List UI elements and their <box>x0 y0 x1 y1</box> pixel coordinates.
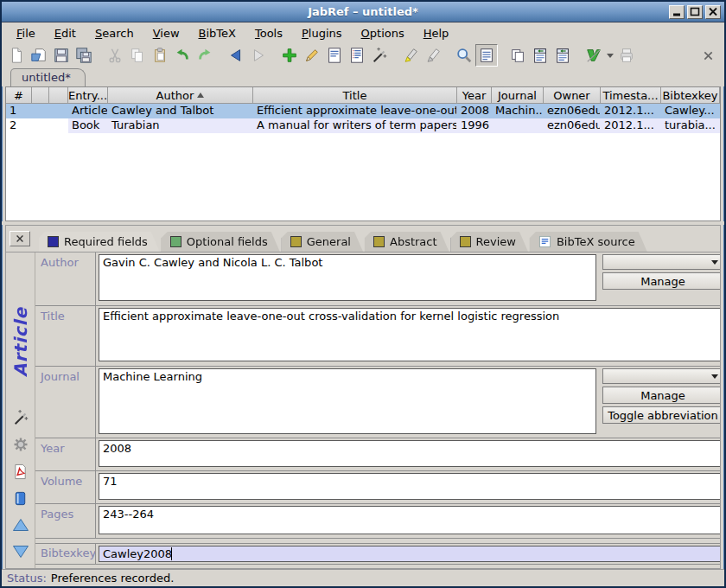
paste-button[interactable] <box>149 44 171 67</box>
close-entry-editor-button[interactable] <box>10 231 30 246</box>
new-entry-button[interactable] <box>278 44 301 67</box>
entry-editor-icon <box>478 47 495 64</box>
status-label: Status: <box>7 572 47 585</box>
menu-search[interactable]: Search <box>87 25 142 42</box>
search-button[interactable] <box>453 44 475 67</box>
column-header-icon1[interactable] <box>32 87 49 104</box>
toggle-abbreviation-button[interactable]: Toggle abbreviation <box>602 406 721 424</box>
cut-button[interactable] <box>104 44 126 67</box>
highlight-groups-gray-button[interactable] <box>422 44 444 67</box>
tab-general[interactable]: General <box>282 232 363 252</box>
copy-button[interactable] <box>126 44 149 67</box>
entry-type-strip: Article <box>6 252 35 569</box>
wizard-button[interactable] <box>368 44 391 67</box>
volume-input[interactable]: 71 <box>99 473 721 500</box>
magic-wand-icon <box>12 409 29 426</box>
gear-icon <box>12 436 29 453</box>
author-input[interactable]: Gavin C. Cawley and Nicola L. C. Talbot <box>99 254 596 301</box>
menu-help[interactable]: Help <box>416 25 457 42</box>
close-sidepane-button[interactable] <box>697 44 719 67</box>
column-header-title[interactable]: Title <box>253 87 457 104</box>
column-header-author[interactable]: Author <box>108 87 253 104</box>
title-input[interactable]: Efficient approximate leave-one-out cros… <box>99 308 721 361</box>
close-button[interactable] <box>705 5 721 19</box>
database-tab[interactable]: untitled* <box>10 68 86 86</box>
previous-entry-button[interactable] <box>11 515 30 534</box>
save-all-button[interactable] <box>73 44 95 67</box>
push-to-vim-button[interactable] <box>583 44 605 67</box>
chevron-down-icon <box>711 374 718 379</box>
menu-plugins[interactable]: Plugins <box>294 25 350 42</box>
open-pdf-button[interactable] <box>11 462 30 481</box>
forward-icon <box>250 47 267 64</box>
maximize-button[interactable] <box>687 5 703 19</box>
edit-entry-button[interactable] <box>301 44 323 67</box>
column-header-number[interactable]: # <box>6 87 32 104</box>
save-database-button[interactable] <box>50 44 73 67</box>
column-header-bibtexkey[interactable]: Bibtexkey <box>661 87 720 104</box>
tab-optional-fields[interactable]: Optional fields <box>162 232 280 252</box>
bibtexkey-input[interactable] <box>99 546 721 562</box>
forward-button[interactable] <box>247 44 270 67</box>
journal-input[interactable]: Machine Learning <box>99 368 596 434</box>
tab-abstract[interactable]: Abstract <box>365 232 449 252</box>
column-header-year[interactable]: Year <box>457 87 492 104</box>
copy-pages-button[interactable] <box>506 44 529 67</box>
next-entry-button[interactable] <box>11 542 30 561</box>
autoset-fields-button[interactable] <box>11 435 30 454</box>
open-database-button[interactable] <box>28 44 50 67</box>
tab-bibtex-source[interactable]: BibTeX source <box>530 232 647 252</box>
source-icon <box>538 235 551 248</box>
edit-strings-button[interactable] <box>346 44 368 67</box>
tab-review[interactable]: Review <box>451 232 528 252</box>
author-names-combo[interactable] <box>602 254 721 270</box>
table-row-1[interactable]: 1 Article Cawley and Talbot Efficient ap… <box>6 104 720 118</box>
menu-view[interactable]: View <box>145 25 188 42</box>
journal-combo[interactable] <box>602 368 721 384</box>
entry-editor: Required fields Optional fields General … <box>5 225 721 569</box>
manage-authors-button[interactable]: Manage <box>602 272 721 290</box>
highlighter-gray-icon <box>424 47 442 64</box>
redo-button[interactable] <box>194 44 216 67</box>
print-preview-button[interactable] <box>615 44 638 67</box>
menu-tools[interactable]: Tools <box>247 25 290 42</box>
column-header-owner[interactable]: Owner <box>544 87 601 104</box>
menu-options[interactable]: Options <box>353 25 412 42</box>
database-tab-label: untitled* <box>22 71 71 84</box>
printer-icon <box>618 47 635 64</box>
back-button[interactable] <box>225 44 247 67</box>
undo-icon <box>174 47 191 64</box>
manage-journals-button[interactable]: Manage <box>602 387 721 404</box>
push-dropdown-caret-icon[interactable] <box>607 54 614 58</box>
table-row-2[interactable]: 2 Book Turabian A manual for writers of … <box>6 118 720 133</box>
autogenerate-key-button[interactable] <box>11 408 30 427</box>
tab-required-fields[interactable]: Required fields <box>39 232 160 252</box>
toggle-entry-editor-button[interactable] <box>475 44 498 67</box>
bibtexkey-field-label: Bibtexkey <box>35 544 96 564</box>
table-header: # Entry... Author Title Year Journal Own… <box>6 87 720 104</box>
minimize-button[interactable] <box>669 5 685 19</box>
required-fields-form: Author Gavin C. Cawley and Nicola L. C. … <box>35 252 721 569</box>
title-bar[interactable]: JabRef – untitled* <box>2 2 724 22</box>
push-to-editor-button[interactable] <box>551 44 574 67</box>
pages-field-label: Pages <box>35 504 96 538</box>
push-doc2-icon <box>554 47 571 64</box>
menu-bibtex[interactable]: BibTeX <box>191 25 244 42</box>
open-file-button[interactable] <box>11 489 30 508</box>
pages-input[interactable]: 243--264 <box>99 506 721 534</box>
menu-edit[interactable]: Edit <box>47 25 84 42</box>
column-header-icon2[interactable] <box>49 87 68 104</box>
pencil-icon <box>303 47 321 64</box>
edit-preamble-button[interactable] <box>323 44 346 67</box>
menu-file[interactable]: File <box>9 25 43 42</box>
year-input[interactable]: 2008 <box>99 440 721 467</box>
down-arrow-icon <box>12 545 29 559</box>
column-header-timestamp[interactable]: Timesta... <box>601 87 661 104</box>
undo-button[interactable] <box>171 44 194 67</box>
new-database-button[interactable] <box>5 44 28 67</box>
highlight-groups-yellow-button[interactable] <box>399 44 422 67</box>
new-file-icon <box>8 47 25 64</box>
column-header-journal[interactable]: Journal <box>492 87 544 104</box>
push-to-application-button[interactable] <box>529 44 551 67</box>
column-header-entrytype[interactable]: Entry... <box>68 87 108 104</box>
